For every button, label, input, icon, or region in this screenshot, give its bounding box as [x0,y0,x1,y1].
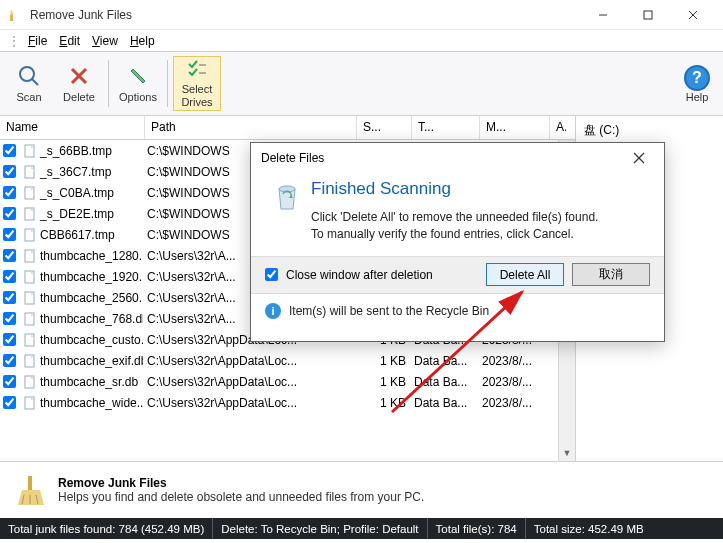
menu-file[interactable]: File [22,32,53,50]
row-checkbox[interactable] [0,333,18,346]
file-name: thumbcache_768.db [40,312,143,326]
status-bar: Total junk files found: 784 (452.49 MB) … [0,518,723,539]
file-icon [22,164,38,180]
col-path[interactable]: Path [145,116,357,139]
file-modified: 2023/8/... [478,396,548,410]
file-icon [22,374,38,390]
close-button[interactable] [670,0,715,30]
scroll-down-icon[interactable]: ▼ [559,444,575,461]
file-icon [22,332,38,348]
file-path: C:\Users\32r\AppData\Loc... [143,375,355,389]
row-checkbox[interactable] [0,270,18,283]
row-checkbox[interactable] [0,186,18,199]
status-total-found: Total junk files found: 784 (452.49 MB) [0,518,213,539]
file-icon [22,395,38,411]
app-icon [8,7,24,23]
svg-rect-24 [28,476,32,490]
select-drives-button[interactable]: Select Drives [173,56,221,111]
file-size: 1 KB [355,354,410,368]
title-bar: Remove Junk Files [0,0,723,30]
file-type: Data Ba... [410,396,478,410]
close-after-delete-checkbox[interactable]: Close window after deletion [265,268,433,282]
minimize-button[interactable] [580,0,625,30]
svg-line-6 [32,79,38,85]
scan-button[interactable]: Scan [5,56,53,111]
column-headers: Name Path S... T... M... A... [0,116,575,140]
row-checkbox[interactable] [0,396,18,409]
cancel-button[interactable]: 取消 [572,263,650,286]
file-modified: 2023/8/... [478,354,548,368]
svg-point-5 [20,67,34,81]
row-checkbox[interactable] [0,312,18,325]
dialog-heading: Finished Scanning [311,179,598,199]
menu-bar: ⋮ File Edit View Help [0,30,723,52]
checklist-icon [184,59,210,81]
status-delete-profile: Delete: To Recycle Bin; Profile: Default [213,518,427,539]
footer-desc: Helps you find and delete obsolete and u… [58,490,424,504]
options-button[interactable]: Options [114,56,162,111]
status-total-files: Total file(s): 784 [428,518,526,539]
maximize-button[interactable] [625,0,670,30]
file-type: Data Ba... [410,354,478,368]
close-icon [633,152,645,164]
file-size: 1 KB [355,396,410,410]
file-icon [22,269,38,285]
file-icon [22,311,38,327]
col-attr[interactable]: A... [550,116,566,139]
col-name[interactable]: Name [0,116,145,139]
help-button[interactable]: ? Help [675,54,719,113]
delete-files-dialog: Delete Files Finished Scanning Click 'De… [250,142,665,342]
table-row[interactable]: thumbcache_wide...C:\Users\32r\AppData\L… [0,392,575,413]
col-type[interactable]: T... [412,116,480,139]
svg-rect-0 [10,15,13,21]
file-size: 1 KB [355,375,410,389]
file-name: thumbcache_wide... [40,396,143,410]
menu-view[interactable]: View [86,32,124,50]
row-checkbox[interactable] [0,354,18,367]
dialog-info-text: Item(s) will be sent to the Recycle Bin [289,304,489,318]
file-path: C:\Users\32r\AppData\Loc... [143,354,355,368]
svg-rect-2 [644,11,652,19]
file-name: _s_DE2E.tmp [40,207,114,221]
menu-help[interactable]: Help [124,32,161,50]
info-footer: Remove Junk Files Helps you find and del… [0,462,723,518]
dialog-body-1: Click 'Delete All' to remove the unneede… [311,209,598,226]
dialog-body-2: To manually verify the found entries, cl… [311,226,598,243]
file-icon [22,290,38,306]
delete-all-button[interactable]: Delete All [486,263,564,286]
file-type: Data Ba... [410,375,478,389]
file-icon [22,227,38,243]
magnifier-icon [16,63,42,89]
drive-item[interactable]: 盘 (C:) [582,120,717,141]
file-icon [22,185,38,201]
x-icon [66,63,92,89]
file-name: thumbcache_1920... [40,270,143,284]
wrench-icon [125,63,151,89]
window-title: Remove Junk Files [30,8,580,22]
dialog-title: Delete Files [261,151,324,165]
file-name: thumbcache_exif.db [40,354,143,368]
row-checkbox[interactable] [0,291,18,304]
menu-edit[interactable]: Edit [53,32,86,50]
row-checkbox[interactable] [0,165,18,178]
file-name: thumbcache_custo... [40,333,143,347]
dialog-close-button[interactable] [624,143,654,173]
file-name: thumbcache_2560... [40,291,143,305]
row-checkbox[interactable] [0,207,18,220]
file-modified: 2023/8/... [478,375,548,389]
row-checkbox[interactable] [0,228,18,241]
file-name: CBB6617.tmp [40,228,115,242]
delete-button[interactable]: Delete [55,56,103,111]
row-checkbox[interactable] [0,375,18,388]
info-icon: i [265,303,281,319]
row-checkbox[interactable] [0,144,18,157]
file-icon [22,143,38,159]
file-name: _s_36C7.tmp [40,165,111,179]
col-modified[interactable]: M... [480,116,550,139]
col-size[interactable]: S... [357,116,412,139]
footer-title: Remove Junk Files [58,476,424,490]
row-checkbox[interactable] [0,249,18,262]
close-after-delete-input[interactable] [265,268,278,281]
table-row[interactable]: thumbcache_exif.dbC:\Users\32r\AppData\L… [0,350,575,371]
table-row[interactable]: thumbcache_sr.dbC:\Users\32r\AppData\Loc… [0,371,575,392]
